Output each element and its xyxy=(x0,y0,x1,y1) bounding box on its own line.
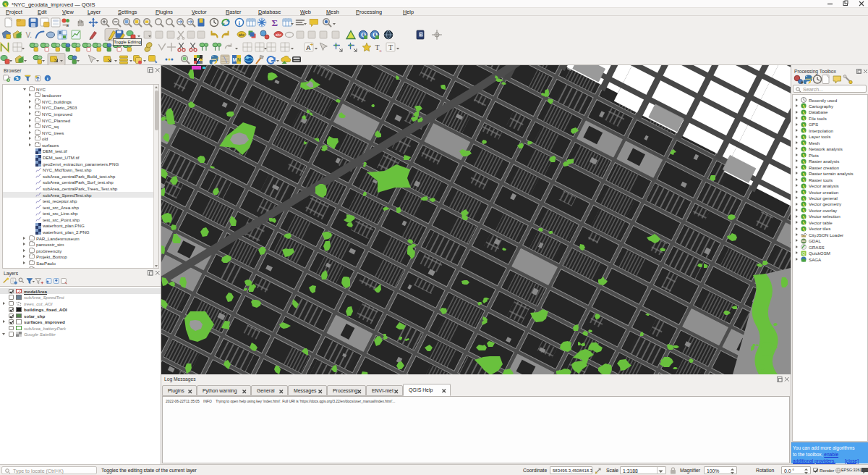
svg-text:abc: abc xyxy=(276,32,282,36)
svg-text:Q: Q xyxy=(802,251,806,256)
svg-text:N: N xyxy=(237,57,241,62)
svg-text:o: o xyxy=(380,48,382,52)
svg-text:i: i xyxy=(47,76,48,81)
svg-text:Σ: Σ xyxy=(272,17,278,28)
svg-text:M: M xyxy=(233,57,237,62)
svg-text:V.: V. xyxy=(26,30,33,38)
svg-text:A: A xyxy=(306,43,311,51)
svg-text:T: T xyxy=(388,43,393,51)
svg-text:abc: abc xyxy=(239,32,245,36)
